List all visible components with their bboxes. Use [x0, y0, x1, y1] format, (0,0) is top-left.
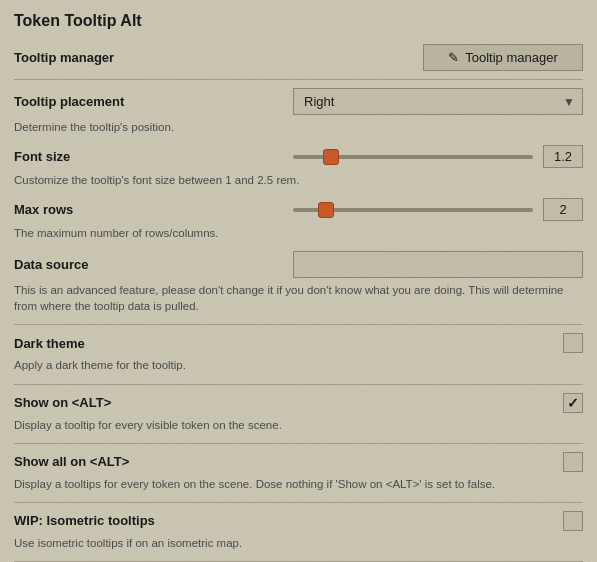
font-size-desc: Customize the tooltip's font size betwee…: [14, 172, 583, 188]
wip-isometric-checkbox[interactable]: [563, 511, 583, 531]
tooltip-manager-label: Tooltip manager: [14, 50, 114, 65]
data-source-input[interactable]: [293, 251, 583, 278]
data-source-label: Data source: [14, 257, 88, 272]
data-source-desc: This is an advanced feature, please don'…: [14, 282, 583, 314]
dark-theme-desc: Apply a dark theme for the tooltip.: [14, 357, 583, 373]
max-rows-label: Max rows: [14, 202, 73, 217]
page-title: Token Tooltip Alt: [14, 12, 583, 30]
font-size-slider[interactable]: [293, 155, 533, 159]
wip-isometric-label: WIP: Isometric tooltips: [14, 513, 155, 528]
max-rows-desc: The maximum number of rows/columns.: [14, 225, 583, 241]
show-all-on-alt-checkbox[interactable]: [563, 452, 583, 472]
show-all-on-alt-desc: Display a tooltips for every token on th…: [14, 476, 583, 492]
tooltip-manager-button[interactable]: ✎ Tooltip manager: [423, 44, 583, 71]
font-size-value: 1.2: [543, 145, 583, 168]
tooltip-placement-select[interactable]: Right Left Top Bottom Auto: [293, 88, 583, 115]
tooltip-placement-desc: Determine the tooltip's position.: [14, 119, 583, 135]
tooltip-placement-wrapper: Right Left Top Bottom Auto ▼: [293, 88, 583, 115]
show-on-alt-label: Show on <ALT>: [14, 395, 111, 410]
wip-isometric-desc: Use isometric tooltips if on an isometri…: [14, 535, 583, 551]
tooltip-placement-label: Tooltip placement: [14, 94, 124, 109]
show-on-alt-checkbox[interactable]: [563, 393, 583, 413]
max-rows-slider-row: 2: [293, 198, 583, 221]
max-rows-value: 2: [543, 198, 583, 221]
tooltip-manager-button-label: Tooltip manager: [465, 50, 558, 65]
max-rows-slider[interactable]: [293, 208, 533, 212]
edit-icon: ✎: [448, 50, 459, 65]
dark-theme-checkbox[interactable]: [563, 333, 583, 353]
show-all-on-alt-label: Show all on <ALT>: [14, 454, 129, 469]
font-size-slider-row: 1.2: [293, 145, 583, 168]
font-size-label: Font size: [14, 149, 70, 164]
show-on-alt-desc: Display a tooltip for every visible toke…: [14, 417, 583, 433]
dark-theme-label: Dark theme: [14, 336, 85, 351]
